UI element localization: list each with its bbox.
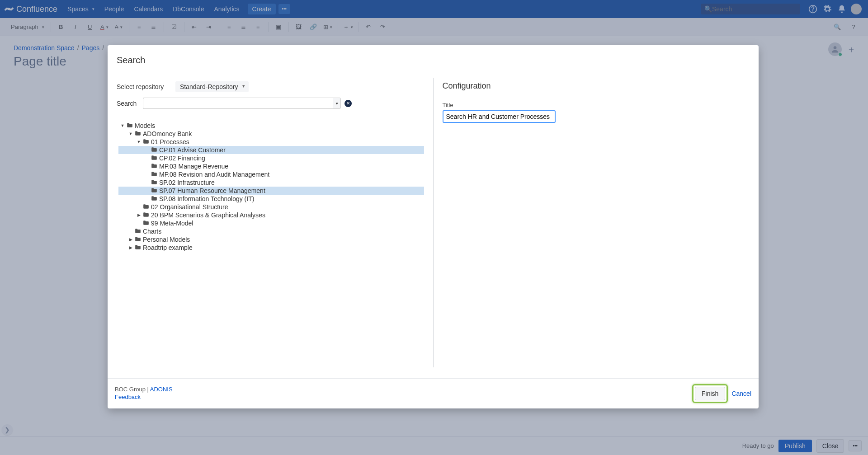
modal-left-pane: Select repository Standard-Repository Se… (108, 73, 433, 77)
modal-title: Search (117, 55, 750, 66)
modal-right-pane: Configuration Title (434, 73, 759, 77)
search-modal: Search Select repository Standard-Reposi… (108, 45, 759, 77)
modal-header: Search (108, 45, 759, 73)
